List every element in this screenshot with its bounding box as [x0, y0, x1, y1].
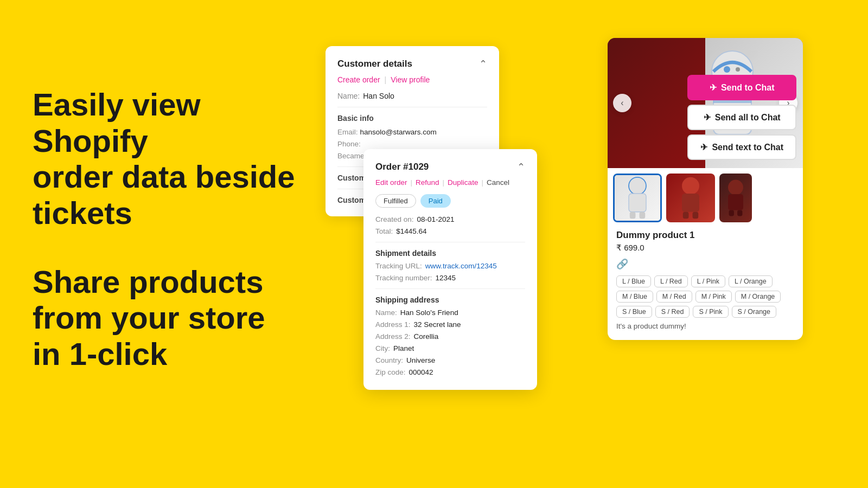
tracking-url-value[interactable]: www.track.com/12345	[425, 262, 497, 270]
tracking-number-label: Tracking number:	[375, 274, 432, 282]
address2-row: Address 2: Corellia	[375, 332, 525, 341]
variant-chip[interactable]: L / Red	[654, 275, 688, 287]
shipping-title: Shipping address	[375, 296, 525, 304]
total-row: Total: $1445.64	[375, 227, 525, 235]
zip-row: Zip code: 000042	[375, 368, 525, 376]
thumbnail-3[interactable]	[719, 174, 752, 222]
svg-rect-17	[683, 212, 689, 219]
phone-field: Phone:	[337, 140, 487, 148]
paid-badge: Paid	[420, 194, 451, 208]
variant-chip[interactable]: S / Orange	[732, 306, 776, 318]
city-row: City: Planet	[375, 344, 525, 352]
divider-1	[337, 107, 487, 107]
carousel-arrow-left[interactable]: ‹	[613, 94, 631, 112]
refund-link[interactable]: Refund	[416, 178, 439, 187]
tracking-number-value: 12345	[436, 274, 456, 282]
tracking-number-row: Tracking number: 12345	[375, 274, 525, 282]
customer-card-header: Customer details ⌃	[337, 58, 487, 70]
product-card: ‹ › ✈ Send to Chat ✈ Send all to Chat ✈ …	[608, 38, 803, 340]
zip-value: 000042	[409, 368, 433, 376]
svg-rect-20	[728, 194, 743, 210]
variant-chip[interactable]: L / Pink	[691, 275, 725, 287]
product-description: It's a product dummy!	[616, 322, 794, 330]
tracking-url-row: Tracking URL: www.track.com/12345	[375, 262, 525, 270]
order-card: Order #1029 ⌃ Edit order | Refund | Dupl…	[363, 149, 537, 390]
ship-name-label: Name:	[375, 309, 397, 317]
order-divider-1	[375, 242, 525, 242]
variant-chip[interactable]: L / Blue	[616, 275, 651, 287]
action-separator: |	[385, 75, 387, 84]
svg-point-19	[728, 180, 743, 195]
email-value: hansolo@starwars.com	[360, 128, 437, 136]
product-main-image: ‹ › ✈ Send to Chat ✈ Send all to Chat ✈ …	[608, 38, 803, 168]
svg-rect-18	[693, 212, 699, 219]
variant-chip[interactable]: L / Orange	[729, 275, 773, 287]
customer-card-title: Customer details	[337, 59, 412, 69]
fulfilled-badge: Fulfilled	[375, 194, 416, 208]
svg-rect-12	[629, 194, 646, 212]
created-on-row: Created on: 08-01-2021	[375, 215, 525, 223]
sep2: |	[443, 178, 445, 187]
create-order-link[interactable]: Create order	[337, 75, 380, 84]
cancel-link[interactable]: Cancel	[487, 178, 509, 187]
send-all-icon: ✈	[704, 112, 711, 123]
product-link-icon[interactable]: 🔗	[616, 258, 794, 270]
address1-value: 32 Secret lane	[414, 320, 461, 329]
send-all-to-chat-button[interactable]: ✈ Send all to Chat	[687, 105, 796, 130]
thumb-robot-dark-icon	[722, 179, 749, 217]
svg-rect-14	[640, 212, 646, 219]
thumb-robot-white-icon	[621, 176, 654, 220]
customer-card-collapse-icon[interactable]: ⌃	[479, 58, 487, 70]
thumb-robot-red-icon	[674, 176, 707, 220]
product-price: ₹ 699.0	[616, 243, 794, 253]
svg-rect-16	[682, 194, 699, 212]
ship-name-row: Name: Han Solo's Friend	[375, 309, 525, 317]
product-name: Dummy product 1	[616, 230, 794, 241]
order-actions: Edit order | Refund | Duplicate | Cancel	[375, 178, 525, 187]
address1-row: Address 1: 32 Secret lane	[375, 320, 525, 329]
total-value: $1445.64	[396, 227, 426, 235]
thumbnails-row	[608, 168, 803, 222]
ship-name-value: Han Solo's Friend	[400, 309, 458, 317]
edit-order-link[interactable]: Edit order	[375, 178, 407, 187]
send-to-chat-button[interactable]: ✈ Send to Chat	[687, 75, 796, 100]
city-label: City:	[375, 344, 390, 352]
address2-value: Corellia	[414, 332, 439, 341]
left-text-section: Easily view Shopify order data beside ti…	[33, 87, 304, 373]
order-title: Order #1029	[375, 162, 429, 172]
order-card-collapse-icon[interactable]: ⌃	[517, 161, 525, 173]
send-text-icon: ✈	[700, 142, 707, 152]
variant-chip[interactable]: M / Orange	[735, 291, 781, 303]
sep1: |	[411, 178, 413, 187]
customer-card-actions: Create order | View profile	[337, 75, 487, 84]
duplicate-link[interactable]: Duplicate	[448, 178, 478, 187]
zip-label: Zip code:	[375, 368, 406, 376]
email-label: Email:	[337, 128, 358, 136]
thumbnail-2[interactable]	[666, 174, 715, 222]
svg-rect-13	[630, 212, 636, 219]
order-divider-2	[375, 288, 525, 289]
svg-point-15	[682, 177, 699, 195]
view-profile-link[interactable]: View profile	[391, 75, 430, 84]
send-text-to-chat-button[interactable]: ✈ Send text to Chat	[687, 134, 796, 160]
email-field: Email: hansolo@starwars.com	[337, 128, 487, 136]
created-value: 08-01-2021	[417, 215, 455, 223]
variant-chip[interactable]: S / Pink	[693, 306, 728, 318]
name-value: Han Solo	[363, 92, 394, 100]
country-label: Country:	[375, 356, 403, 364]
variant-chip[interactable]: S / Red	[655, 306, 690, 318]
variants-row: L / BlueL / RedL / PinkL / OrangeM / Blu…	[616, 275, 794, 318]
variant-chip[interactable]: M / Red	[656, 291, 692, 303]
total-label: Total:	[375, 227, 393, 235]
shipment-title: Shipment details	[375, 249, 525, 258]
variant-chip[interactable]: S / Blue	[616, 306, 652, 318]
send-buttons-overlay: ✈ Send to Chat ✈ Send all to Chat ✈ Send…	[681, 70, 803, 164]
headline-order-data: Easily view Shopify order data beside ti…	[33, 87, 304, 232]
variant-chip[interactable]: M / Blue	[616, 291, 653, 303]
thumbnail-1[interactable]	[613, 174, 662, 222]
variant-chip[interactable]: M / Pink	[695, 291, 732, 303]
sep3: |	[481, 178, 483, 187]
tracking-url-label: Tracking URL:	[375, 262, 422, 270]
created-label: Created on:	[375, 215, 414, 223]
city-value: Planet	[393, 344, 414, 352]
